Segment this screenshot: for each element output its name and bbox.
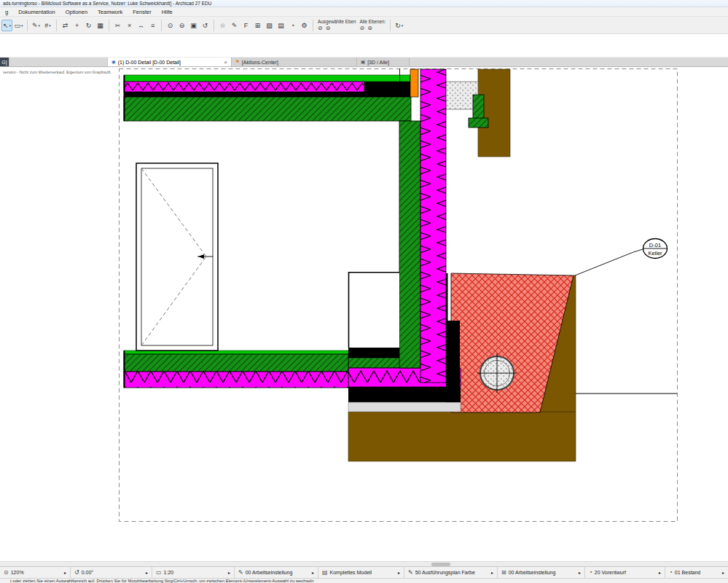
tab-label: [3D / Alle] [367, 60, 389, 65]
interior-niche[interactable] [348, 272, 399, 348]
window-title: ads-turningtorso - BIMcloud Software as … [3, 1, 212, 6]
favorites-icon[interactable]: ☆ [217, 20, 228, 31]
tab-stub[interactable]: G] [0, 58, 9, 66]
layer-refresh-icon[interactable]: ↻ [394, 20, 404, 31]
layer-hide-icon[interactable]: ⊘ [318, 25, 323, 32]
tab-aktions-center[interactable]: ⚑ [Aktions-Center] [232, 58, 357, 66]
scrollbar-thumb[interactable] [431, 563, 450, 566]
zoom-level-control[interactable]: ⊙ 120% [0, 567, 71, 578]
composites-icon[interactable]: ▤ [275, 20, 286, 31]
zoom-out-icon[interactable]: ⊖ [176, 20, 187, 31]
marquee-tool-icon[interactable]: ▭ [13, 20, 24, 31]
hint-bar: t oder ziehen Sie einen Auswahlbereich a… [0, 578, 728, 583]
toolbar-separator [56, 20, 57, 31]
selected-layers-group: Ausgewählte Eben ⊘ ⊜ [318, 17, 356, 34]
override-icon: ✎ [408, 569, 413, 576]
detail-marker-code: D-01 [649, 242, 661, 249]
fill-icon[interactable]: ▦ [95, 20, 106, 31]
partial-structure-control[interactable]: ▤ Komplettes Modell [318, 567, 404, 578]
rotate-icon[interactable]: ↻ [83, 20, 94, 31]
model-icon: ▤ [322, 569, 328, 576]
base-floor-assembly[interactable] [124, 351, 348, 388]
menu-item-teamwork[interactable]: Teamwork [93, 7, 128, 16]
layer-settings-icon[interactable]: ⊞ [252, 20, 263, 31]
toolbar: ↖ ▭ ✎ # ⇄ + ↻ ▦ ✂ × ↔ ≡ ⊙ ⊖ ▣ ↺ ☆ ✎ F ⊞ … [0, 17, 728, 34]
titlebar: ads-turningtorso - BIMcloud Software as … [0, 0, 728, 7]
all-layers-group: Alle Ebenen: ⊘ ⊜ [360, 17, 386, 34]
drawing-scale-control[interactable]: ▭ 1:20 [152, 567, 235, 578]
toolbar-separator [27, 20, 28, 31]
horizontal-scrollbar[interactable] [0, 561, 728, 566]
aktions-center-icon: ⚑ [235, 59, 240, 65]
menubar: g Dokumentation Optionen Teamwork Fenste… [0, 7, 728, 17]
layers-icon: ⊞ [501, 569, 506, 576]
tab-bar: G] ◉ (1) D-00 Detail [D-00 Detail] × ⚑ [… [0, 58, 728, 67]
settings-icon[interactable]: ⚙ [299, 20, 310, 31]
hint-text: t oder ziehen Sie einen Auswahlbereich a… [10, 579, 314, 583]
delete-icon[interactable]: × [124, 20, 135, 31]
tab-label: [Aktions-Center] [242, 60, 278, 65]
dimension-icon: ◔ [589, 569, 592, 576]
layer-combination-control[interactable]: ⊞ 00 Arbeitseinstellung [498, 567, 585, 578]
rotation-icon: ↺ [74, 569, 79, 576]
move-icon[interactable]: + [71, 20, 82, 31]
toolbar-separator [313, 20, 313, 31]
renovation-filter-control[interactable]: ◔ 01 Bestand [665, 567, 728, 578]
layer-hide-icon[interactable]: ⊘ [360, 25, 365, 32]
zoom-box-icon[interactable]: ▣ [188, 20, 199, 31]
toolbar-separator [214, 20, 214, 31]
select-tool-icon[interactable]: ↖ [1, 20, 12, 31]
tab-close-icon[interactable]: × [221, 59, 227, 66]
menu-item-optionen[interactable]: Optionen [60, 7, 93, 16]
quick-layers-icon[interactable]: F [240, 20, 251, 31]
tab-label: (1) D-00 Detail [D-00 Detail] [118, 60, 181, 65]
detail-tab-icon: ◉ [111, 59, 116, 65]
zoom-icon: ⊙ [4, 569, 9, 576]
fills-icon[interactable]: ▧ [264, 20, 275, 31]
cube-3d-icon: ▣ [361, 59, 365, 65]
drawing-canvas[interactable]: D-01 Keller version - Nicht zum Wiederve… [0, 67, 728, 561]
edu-watermark: version - Nicht zum Wiederverkauf. Eigen… [3, 70, 112, 74]
application-window: ads-turningtorso - BIMcloud Software as … [0, 0, 728, 583]
empty-dock-area [0, 34, 728, 58]
detail-marker-name: Keller [648, 250, 662, 257]
previous-view-icon[interactable]: ↺ [200, 20, 211, 31]
scale-icon: ▭ [156, 569, 162, 576]
renovation-icon: ◔ [669, 569, 673, 576]
swap-icon[interactable]: ⇄ [60, 20, 71, 31]
graphic-override-control[interactable]: ✎ 50 Ausführungsplan Farbe [404, 567, 498, 578]
layer-lock-icon[interactable]: ⊜ [367, 25, 372, 32]
detail-marker[interactable]: D-01 Keller [575, 239, 668, 276]
detail-drawing[interactable]: D-01 Keller version - Nicht zum Wiederve… [0, 67, 728, 561]
pen-tool-icon[interactable]: ✎ [31, 20, 42, 31]
toolbar-separator [161, 20, 162, 31]
menu-item-dokumentation[interactable]: Dokumentation [13, 7, 60, 16]
menu-item-hilfe[interactable]: Hilfe [157, 7, 178, 16]
rotation-angle-control[interactable]: ↺ 0.00° [71, 567, 152, 578]
tab-d00-detail[interactable]: ◉ (1) D-00 Detail [D-00 Detail] × [108, 58, 232, 66]
grid-snap-icon[interactable]: # [42, 20, 53, 31]
tab-spacer [9, 58, 108, 66]
layer-lock-icon[interactable]: ⊜ [326, 25, 331, 32]
tab-3d-alle[interactable]: ▣ [3D / Alle] [357, 58, 410, 66]
trim-icon[interactable]: ✂ [112, 20, 123, 31]
pen-set-control[interactable]: ✎ 00 Arbeitseinstellung [235, 567, 318, 578]
door-plan[interactable] [136, 163, 218, 351]
pen-icon: ✎ [238, 569, 243, 576]
status-bar: ⊙ 120% ↺ 0.00° ▭ 1:20 ✎ 00 Arbeitseinste… [0, 566, 728, 578]
pen-sets-icon[interactable]: ✎ [229, 20, 240, 31]
top-floor-assembly[interactable] [124, 69, 418, 121]
toolbar-separator [109, 20, 109, 31]
renovation-filter-icon[interactable]: ◔ [287, 20, 298, 31]
zoom-in-icon[interactable]: ⊙ [165, 20, 176, 31]
toolbar-separator [390, 20, 391, 31]
menu-item-fenster[interactable]: Fenster [128, 7, 156, 16]
align-icon[interactable]: ≡ [147, 20, 158, 31]
selected-layers-label: Ausgewählte Eben [318, 19, 356, 25]
menu-item-planung[interactable]: g [0, 7, 13, 16]
dimensioning-control[interactable]: ◔ 20 Vorentwurf [585, 567, 665, 578]
all-layers-label: Alle Ebenen: [360, 19, 386, 25]
stretch-icon[interactable]: ↔ [136, 20, 146, 31]
